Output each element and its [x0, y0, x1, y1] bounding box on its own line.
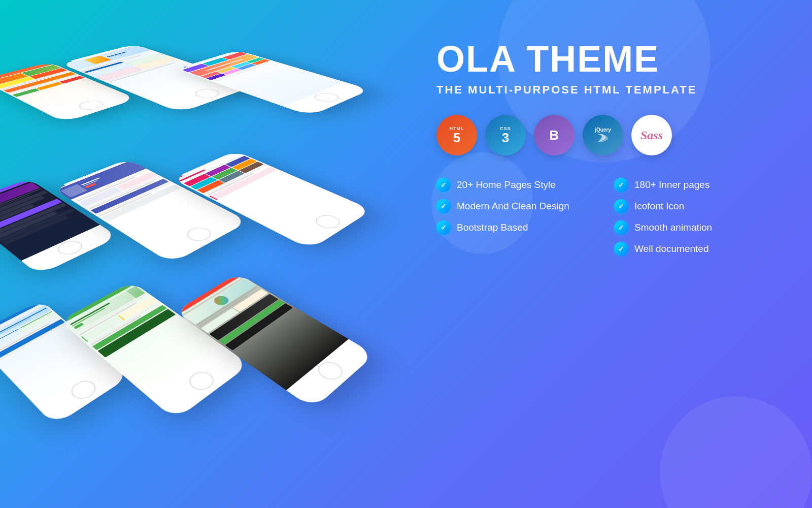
feature-modern-design: Modern And Clean Design — [436, 199, 594, 213]
theme-title: OLA THEME — [436, 41, 771, 77]
badge-html5-number: 5 — [453, 131, 460, 144]
phones-showcase — [0, 0, 457, 508]
feature-icofont: Icofont Icon — [614, 199, 771, 213]
feature-home-pages: 20+ Home Pages Style — [436, 178, 594, 192]
badge-html5: HTML 5 — [436, 115, 477, 155]
features-list: 20+ Home Pages Style 180+ Inner pages Mo… — [436, 178, 771, 256]
badge-bootstrap-letter: B — [550, 129, 559, 142]
badge-sass: Sass — [631, 115, 672, 155]
feature-home-pages-text: 20+ Home Pages Style — [457, 179, 556, 190]
theme-subtitle: THE MULTI-PURPOSE HTML TEMPLATE — [436, 83, 771, 97]
check-well-documented — [614, 242, 628, 256]
right-panel: OLA THEME THE MULTI-PURPOSE HTML TEMPLAT… — [436, 41, 771, 256]
feature-inner-pages-text: 180+ Inner pages — [634, 179, 709, 190]
check-modern-design — [436, 199, 451, 213]
check-icofont — [614, 199, 628, 213]
feature-modern-design-text: Modern And Clean Design — [457, 201, 569, 212]
badge-html5-label: HTML — [450, 126, 464, 131]
tech-badges: HTML 5 CSS 3 B jQuery Sass — [436, 115, 771, 155]
badge-jquery: jQuery — [583, 115, 623, 155]
check-home-pages — [436, 178, 451, 192]
check-smooth-animation — [614, 220, 628, 235]
bg-decoration-2 — [660, 396, 812, 508]
badge-sass-text: Sass — [640, 129, 663, 141]
badge-css3-label: CSS — [500, 126, 511, 131]
check-inner-pages — [614, 178, 628, 192]
badge-jquery-icon — [595, 133, 611, 144]
badge-css3: CSS 3 — [485, 115, 526, 155]
feature-smooth-animation-text: Smooth animation — [634, 222, 712, 233]
feature-inner-pages: 180+ Inner pages — [614, 178, 771, 192]
badge-jquery-label: jQuery — [595, 127, 611, 133]
feature-bootstrap: Bootstrap Based — [436, 220, 594, 235]
feature-well-documented: Well documented — [614, 242, 771, 256]
feature-icofont-text: Icofont Icon — [634, 201, 684, 212]
feature-smooth-animation: Smooth animation — [614, 220, 771, 235]
check-bootstrap — [436, 220, 451, 235]
badge-bootstrap: B — [534, 115, 574, 155]
feature-well-documented-text: Well documented — [634, 243, 708, 255]
badge-css3-number: 3 — [502, 131, 509, 144]
feature-bootstrap-text: Bootstrap Based — [457, 222, 528, 233]
